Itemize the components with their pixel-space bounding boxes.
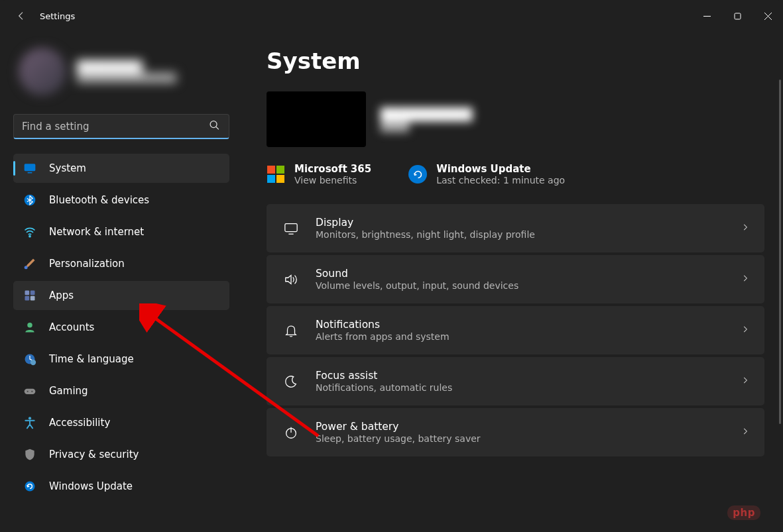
promo-sub: View benefits (294, 175, 371, 186)
bluetooth-icon (23, 193, 37, 207)
sidebar-item-time[interactable]: Time & language (13, 345, 229, 374)
accessibility-icon (23, 415, 37, 430)
sidebar-item-accounts[interactable]: Accounts (13, 313, 229, 342)
search-input[interactable] (13, 114, 229, 139)
promo-sub: Last checked: 1 minute ago (436, 175, 565, 186)
page-title: System (267, 48, 764, 74)
promo-title: Windows Update (436, 163, 565, 175)
update-icon (23, 479, 37, 494)
svg-point-1 (210, 121, 217, 128)
card-title: Display (316, 217, 741, 229)
card-title: Power & battery (316, 421, 741, 433)
svg-rect-2 (25, 164, 36, 171)
chevron-right-icon (741, 222, 750, 235)
chevron-right-icon (741, 273, 750, 286)
wifi-icon (23, 225, 37, 239)
sidebar: ████████ ███████████████ System Bluetoot… (0, 32, 239, 532)
clock-globe-icon (23, 352, 37, 366)
card-sub: Notifications, automatic rules (316, 382, 741, 393)
sidebar-item-label: Bluetooth & devices (49, 194, 149, 206)
brush-icon (23, 256, 37, 271)
ms365-icon (267, 165, 285, 184)
card-sub: Sleep, battery usage, battery saver (316, 433, 741, 444)
svg-rect-14 (25, 389, 36, 394)
card-title: Focus assist (316, 370, 741, 382)
sidebar-item-system[interactable]: System (13, 154, 229, 183)
minimize-button[interactable] (692, 5, 722, 27)
titlebar: Settings (0, 0, 783, 32)
watermark: php (727, 505, 760, 520)
profile-block[interactable]: ████████ ███████████████ (13, 32, 229, 114)
svg-point-16 (31, 391, 32, 392)
sidebar-item-gaming[interactable]: Gaming (13, 376, 229, 405)
display-icon (23, 161, 37, 176)
back-button[interactable] (8, 11, 34, 21)
sidebar-item-privacy[interactable]: Privacy & security (13, 440, 229, 469)
shield-icon (23, 447, 37, 462)
svg-rect-3 (28, 172, 32, 174)
sidebar-item-apps[interactable]: Apps (13, 281, 229, 310)
gamepad-icon (23, 384, 37, 398)
search-box (13, 114, 229, 139)
sidebar-item-label: Time & language (49, 353, 134, 365)
card-focus-assist[interactable]: Focus assist Notifications, automatic ru… (267, 357, 764, 405)
svg-point-17 (29, 417, 31, 419)
sidebar-item-network[interactable]: Network & internet (13, 217, 229, 246)
svg-rect-7 (25, 291, 30, 295)
card-sound[interactable]: Sound Volume levels, output, input, soun… (267, 255, 764, 303)
sidebar-item-label: Accessibility (49, 417, 110, 429)
sidebar-item-label: Apps (49, 290, 74, 301)
bell-icon (281, 323, 301, 338)
sidebar-item-personalization[interactable]: Personalization (13, 249, 229, 278)
moon-icon (281, 374, 301, 389)
svg-rect-9 (25, 296, 30, 301)
sidebar-item-label: Personalization (49, 258, 125, 270)
promo-windows-update[interactable]: Windows Update Last checked: 1 minute ag… (408, 163, 565, 186)
sidebar-item-label: Windows Update (49, 480, 133, 492)
sound-icon (281, 272, 301, 287)
promo-ms365[interactable]: Microsoft 365 View benefits (267, 163, 371, 186)
svg-point-13 (30, 360, 36, 365)
maximize-button[interactable] (722, 5, 753, 27)
sidebar-item-label: System (49, 162, 86, 174)
sidebar-item-bluetooth[interactable]: Bluetooth & devices (13, 186, 229, 215)
windows-update-icon (408, 165, 427, 184)
card-sub: Volume levels, output, input, sound devi… (316, 280, 741, 291)
device-name: ██████████ (381, 107, 472, 121)
svg-point-11 (27, 323, 32, 328)
nav-list: System Bluetooth & devices Network & int… (13, 154, 229, 501)
chevron-right-icon (741, 375, 750, 388)
person-icon (23, 320, 37, 335)
chevron-right-icon (741, 426, 750, 439)
svg-point-6 (25, 266, 28, 269)
main-pane: System ██████████ ████ Microsoft 365 Vie… (239, 32, 783, 532)
sidebar-item-accessibility[interactable]: Accessibility (13, 408, 229, 437)
svg-rect-19 (285, 223, 297, 231)
card-power[interactable]: Power & battery Sleep, battery usage, ba… (267, 408, 764, 456)
svg-rect-0 (735, 13, 741, 19)
close-button[interactable] (753, 5, 783, 27)
apps-icon (23, 288, 37, 303)
card-title: Sound (316, 268, 741, 280)
profile-email: ███████████████ (77, 73, 176, 83)
display-icon (281, 221, 301, 236)
power-icon (281, 425, 301, 440)
profile-name: ████████ (77, 60, 176, 73)
scrollbar[interactable] (779, 80, 781, 424)
card-sub: Alerts from apps and system (316, 331, 741, 342)
avatar (19, 48, 66, 95)
card-notifications[interactable]: Notifications Alerts from apps and syste… (267, 306, 764, 354)
promo-title: Microsoft 365 (294, 163, 371, 175)
device-thumbnail (267, 91, 366, 147)
sidebar-item-label: Privacy & security (49, 449, 139, 460)
device-model: ████ (381, 121, 472, 132)
app-title: Settings (40, 11, 75, 21)
search-icon (209, 120, 220, 134)
svg-rect-10 (30, 296, 35, 301)
sidebar-item-label: Network & internet (49, 226, 144, 238)
svg-point-18 (25, 482, 35, 492)
sidebar-item-update[interactable]: Windows Update (13, 472, 229, 501)
card-display[interactable]: Display Monitors, brightness, night ligh… (267, 204, 764, 252)
chevron-right-icon (741, 324, 750, 337)
sidebar-item-label: Gaming (49, 385, 88, 397)
